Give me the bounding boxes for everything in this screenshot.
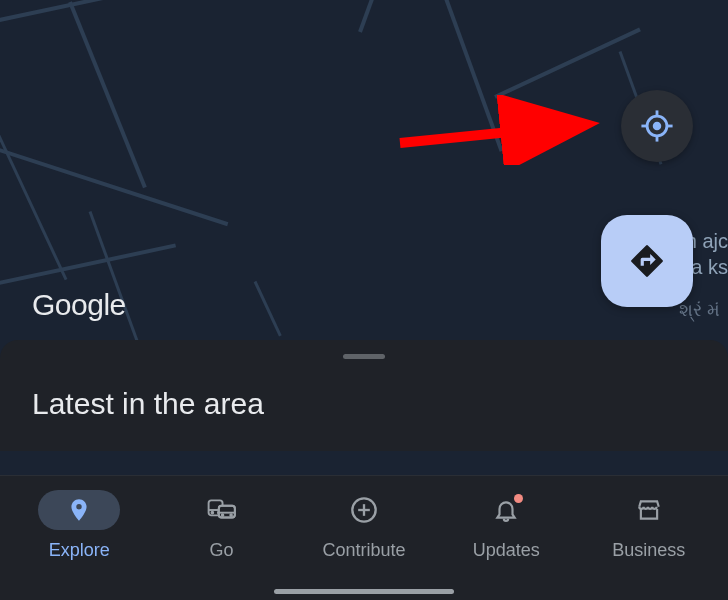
plus-circle-icon (350, 496, 378, 524)
nav-item-contribute[interactable]: Contribute (304, 490, 424, 561)
nav-icon-wrap (465, 490, 547, 530)
nav-label: Go (210, 540, 234, 561)
locate-me-button[interactable] (621, 90, 693, 162)
nav-label: Contribute (322, 540, 405, 561)
road-segment (358, 0, 416, 33)
svg-point-1 (653, 122, 662, 131)
directions-icon (628, 242, 666, 280)
sheet-title: Latest in the area (0, 379, 728, 451)
road-segment (254, 281, 282, 337)
nav-icon-wrap (38, 490, 120, 530)
nav-item-explore[interactable]: Explore (19, 490, 139, 561)
transit-icon (207, 497, 237, 523)
road-segment (494, 28, 641, 99)
road-segment (0, 243, 176, 288)
bottom-nav: Explore Go Contribute (0, 475, 728, 600)
pin-icon (66, 497, 92, 523)
drag-handle[interactable] (343, 354, 385, 359)
road-segment (438, 0, 503, 152)
road-segment (0, 0, 333, 24)
nav-icon-wrap (181, 490, 263, 530)
svg-point-15 (221, 514, 223, 516)
road-segment (0, 116, 67, 280)
nav-label: Updates (473, 540, 540, 561)
storefront-icon (635, 497, 663, 523)
gesture-bar[interactable] (274, 589, 454, 594)
bottom-sheet[interactable]: Latest in the area (0, 340, 728, 451)
annotation-arrow (395, 95, 605, 165)
nav-label: Business (612, 540, 685, 561)
poi-sublabel: શ્રં મં (679, 300, 720, 321)
road-segment (68, 1, 147, 188)
svg-point-10 (211, 512, 213, 514)
locate-crosshair-icon (640, 109, 674, 143)
directions-button[interactable] (601, 215, 693, 307)
nav-item-go[interactable]: Go (162, 490, 282, 561)
nav-item-business[interactable]: Business (589, 490, 709, 561)
google-attribution: Google (32, 288, 126, 322)
nav-item-updates[interactable]: Updates (446, 490, 566, 561)
notification-dot (514, 494, 523, 503)
nav-icon-wrap (608, 490, 690, 530)
svg-point-16 (230, 514, 232, 516)
nav-icon-wrap (323, 490, 405, 530)
nav-label: Explore (49, 540, 110, 561)
